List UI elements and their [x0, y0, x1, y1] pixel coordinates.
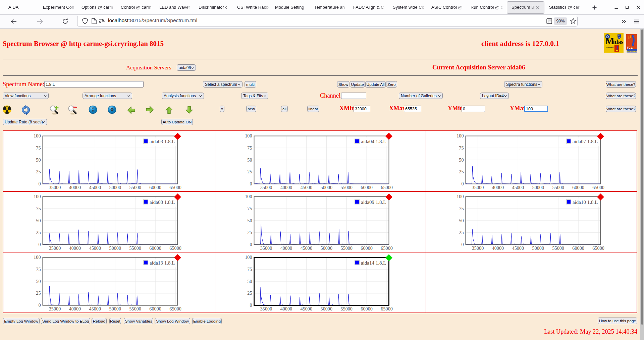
- svg-text:100: 100: [34, 254, 41, 260]
- svg-text:100: 100: [34, 194, 41, 199]
- svg-text:55000: 55000: [340, 306, 352, 311]
- svg-text:45000: 45000: [512, 245, 524, 251]
- svg-text:aida03 1.8.L: aida03 1.8.L: [150, 139, 175, 144]
- svg-text:50000: 50000: [532, 185, 544, 190]
- svg-text:aida07 1.8.L: aida07 1.8.L: [573, 139, 598, 144]
- svg-text:25: 25: [247, 290, 252, 296]
- svg-text:aida09 1.8.L: aida09 1.8.L: [361, 200, 386, 205]
- svg-text:aida10 1.8.L: aida10 1.8.L: [573, 200, 598, 205]
- svg-text:40000: 40000: [280, 245, 292, 251]
- svg-text:40000: 40000: [492, 185, 504, 190]
- svg-text:50: 50: [459, 157, 464, 163]
- svg-text:75: 75: [459, 206, 464, 211]
- svg-text:25: 25: [36, 290, 41, 296]
- svg-text:55000: 55000: [129, 245, 141, 251]
- svg-text:45000: 45000: [301, 306, 312, 311]
- svg-text:40000: 40000: [280, 306, 292, 311]
- svg-text:60000: 60000: [361, 245, 372, 251]
- svg-text:75: 75: [36, 145, 41, 151]
- svg-text:0: 0: [38, 302, 41, 308]
- svg-text:50: 50: [247, 279, 252, 284]
- svg-text:45000: 45000: [89, 185, 101, 190]
- svg-text:35000: 35000: [49, 245, 61, 251]
- svg-text:60000: 60000: [149, 245, 161, 251]
- svg-text:65000: 65000: [169, 306, 181, 311]
- svg-text:0: 0: [38, 181, 41, 186]
- svg-text:35000: 35000: [472, 185, 484, 190]
- svg-text:35000: 35000: [472, 245, 484, 251]
- svg-text:50000: 50000: [109, 245, 121, 251]
- svg-text:100: 100: [457, 194, 464, 199]
- svg-text:aida04 1.8.L: aida04 1.8.L: [361, 139, 386, 144]
- svg-text:75: 75: [247, 267, 252, 272]
- svg-text:60000: 60000: [361, 185, 372, 190]
- svg-text:50: 50: [247, 218, 252, 223]
- svg-text:45000: 45000: [89, 306, 101, 311]
- svg-text:65000: 65000: [592, 245, 604, 251]
- svg-text:65000: 65000: [381, 306, 392, 311]
- svg-text:60000: 60000: [149, 306, 161, 311]
- svg-text:100: 100: [34, 133, 41, 138]
- svg-text:65000: 65000: [169, 245, 181, 251]
- svg-text:35000: 35000: [260, 185, 272, 190]
- svg-text:75: 75: [247, 145, 252, 151]
- svg-text:60000: 60000: [572, 185, 584, 190]
- svg-text:aida13 1.8.L: aida13 1.8.L: [150, 260, 175, 266]
- svg-text:35000: 35000: [49, 185, 61, 190]
- svg-text:100: 100: [245, 133, 252, 138]
- svg-text:45000: 45000: [512, 185, 524, 190]
- svg-text:50000: 50000: [109, 306, 121, 311]
- svg-text:45000: 45000: [301, 185, 312, 190]
- svg-text:50000: 50000: [321, 245, 332, 251]
- svg-text:45000: 45000: [301, 245, 312, 251]
- svg-text:40000: 40000: [280, 185, 292, 190]
- svg-text:25: 25: [36, 169, 41, 174]
- svg-text:55000: 55000: [129, 185, 141, 190]
- svg-text:55000: 55000: [340, 185, 352, 190]
- svg-text:60000: 60000: [361, 306, 372, 311]
- svg-text:60000: 60000: [572, 245, 584, 251]
- svg-text:POWERED: POWERED: [627, 50, 637, 52]
- svg-text:65000: 65000: [381, 245, 392, 251]
- svg-text:55000: 55000: [340, 245, 352, 251]
- svg-text:0: 0: [461, 242, 464, 247]
- svg-text:50000: 50000: [532, 245, 544, 251]
- svg-text:40000: 40000: [69, 185, 81, 190]
- svg-text:100: 100: [245, 254, 252, 260]
- svg-text:0: 0: [461, 181, 464, 186]
- svg-text:50000: 50000: [321, 185, 332, 190]
- svg-text:55000: 55000: [129, 306, 141, 311]
- svg-text:50: 50: [459, 218, 464, 223]
- svg-text:65000: 65000: [381, 185, 392, 190]
- svg-text:powered by: powered by: [606, 46, 615, 48]
- svg-text:25: 25: [36, 230, 41, 235]
- svg-text:25: 25: [247, 230, 252, 235]
- svg-text:65000: 65000: [169, 185, 181, 190]
- svg-text:55000: 55000: [552, 245, 564, 251]
- svg-text:50000: 50000: [321, 306, 332, 311]
- svg-text:50: 50: [36, 218, 41, 223]
- svg-text:100: 100: [457, 133, 464, 138]
- svg-text:75: 75: [36, 206, 41, 211]
- svg-text:50: 50: [36, 279, 41, 284]
- svg-text:40000: 40000: [492, 245, 504, 251]
- svg-text:35000: 35000: [49, 306, 61, 311]
- svg-text:45000: 45000: [89, 245, 101, 251]
- svg-text:50: 50: [36, 157, 41, 163]
- svg-text:0: 0: [250, 302, 252, 308]
- svg-text:aida08 1.8.L: aida08 1.8.L: [150, 200, 175, 205]
- svg-text:25: 25: [459, 230, 464, 235]
- svg-text:55000: 55000: [552, 185, 564, 190]
- svg-text:TCL: TCL: [627, 46, 633, 49]
- svg-text:40000: 40000: [69, 306, 81, 311]
- svg-text:75: 75: [36, 267, 41, 272]
- svg-text:idas: idas: [613, 39, 624, 45]
- svg-text:50000: 50000: [109, 185, 121, 190]
- svg-text:25: 25: [247, 169, 252, 174]
- svg-text:aida14 1.8.L: aida14 1.8.L: [361, 260, 386, 266]
- svg-text:50: 50: [247, 157, 252, 163]
- svg-text:60000: 60000: [149, 185, 161, 190]
- svg-text:35000: 35000: [260, 245, 272, 251]
- svg-text:35000: 35000: [260, 306, 272, 311]
- svg-text:25: 25: [459, 169, 464, 174]
